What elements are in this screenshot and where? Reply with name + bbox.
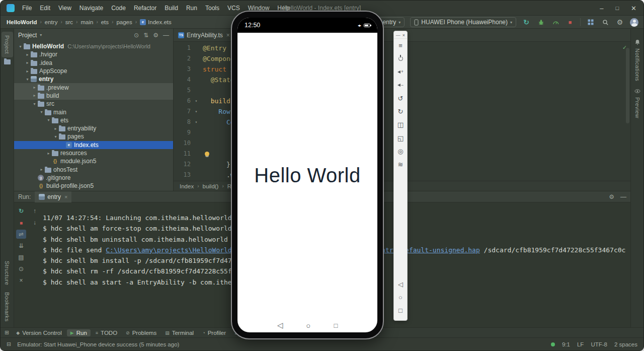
tree-item-ets[interactable]: ▾ets [14, 116, 173, 124]
tree-item-src[interactable]: ▾src [14, 100, 173, 108]
pin-icon[interactable]: ⊙ [16, 264, 26, 273]
chevron-right-icon[interactable]: ▸ [52, 126, 59, 131]
select-opened-file-icon[interactable]: ⊙ [134, 32, 139, 39]
run-tab-entry[interactable]: entry × [35, 191, 71, 202]
tree-item-index-ets[interactable]: eIndex.ets [14, 141, 173, 149]
breadcrumb-entry[interactable]: entry [45, 19, 58, 25]
close-icon[interactable]: × [226, 32, 230, 39]
menu-navigate[interactable]: Navigate [76, 3, 107, 13]
tree-item-ohostest[interactable]: ▸ohosTest [14, 165, 173, 173]
fold-screen-icon[interactable]: ◫ [394, 118, 407, 131]
settings-gear-icon[interactable]: ⚙ [615, 18, 624, 27]
menu-edit[interactable]: Edit [36, 3, 54, 13]
down-arrow-icon[interactable]: ↓ [30, 218, 40, 227]
chevron-right-icon[interactable]: ▸ [45, 151, 52, 156]
toolwindow-problems-button[interactable]: ⊘Problems [122, 329, 160, 336]
toolwindow-project-button[interactable]: Project [2, 32, 13, 57]
volume-up-icon[interactable]: + [394, 65, 407, 79]
rotate-right-icon[interactable]: ↻ [394, 105, 407, 118]
tree-item-build-profile-json5[interactable]: {}build-profile.json5 [14, 182, 173, 190]
tree-item-build[interactable]: ▸build [14, 92, 173, 100]
tree-item-preview[interactable]: ▸.preview [14, 83, 173, 91]
tree-item-gitignore[interactable]: g.gitignore [14, 174, 173, 182]
minimize-icon[interactable]: – [600, 5, 603, 12]
volume-down-icon[interactable]: − [394, 79, 407, 92]
user-avatar[interactable] [630, 18, 638, 27]
toolwindow-profiler-button[interactable]: ◔Profiler [199, 329, 229, 336]
tree-item-pages[interactable]: ▾pages [14, 132, 173, 141]
chevron-right-icon[interactable]: ▸ [24, 52, 31, 57]
breadcrumb-index-ets[interactable]: eIndex.ets [140, 19, 172, 25]
chevron-down-icon[interactable]: ▾ [45, 118, 52, 122]
breadcrumb-main[interactable]: main [80, 19, 93, 25]
fold-icon[interactable]: ▾ [193, 106, 200, 117]
rerun-icon[interactable]: ↻ [16, 206, 26, 216]
chevron-right-icon[interactable]: ▸ [31, 85, 38, 90]
tree-item-appscope[interactable]: ▸AppScope [14, 67, 173, 75]
chevron-down-icon[interactable]: ▾ [38, 110, 45, 114]
tree-item-main[interactable]: ▾main [14, 108, 173, 116]
toolwindow-run-button[interactable]: ▶Run [67, 329, 91, 336]
line-ending[interactable]: LF [577, 341, 584, 347]
chevron-down-icon[interactable]: ▾ [52, 134, 59, 139]
fold-icon[interactable]: ▾ [193, 96, 200, 106]
tree-item-module-json5[interactable]: {}module.json5 [14, 157, 173, 165]
encoding[interactable]: UTF-8 [591, 341, 607, 347]
tree-item-entry[interactable]: ▾entry [14, 75, 173, 83]
emu-collapse-icon[interactable]: — [396, 33, 400, 38]
close-icon[interactable]: ✕ [631, 5, 636, 12]
menu-build[interactable]: Build [161, 3, 182, 13]
toolwindow-terminal-button[interactable]: ▤Terminal [162, 329, 197, 336]
up-arrow-icon[interactable]: ↑ [30, 206, 40, 216]
tool-windows-icon[interactable]: ⊞ [5, 329, 9, 336]
rotate-left-icon[interactable]: ↺ [394, 92, 407, 105]
expand-collapse-icon[interactable]: ⇅ [143, 32, 148, 39]
stop-icon[interactable]: ■ [566, 18, 575, 27]
project-folder-icon[interactable] [4, 59, 11, 64]
clear-icon[interactable]: × [16, 276, 26, 285]
caret-position[interactable]: 9:1 [562, 341, 570, 347]
settings-gear-icon[interactable]: ⚙ [609, 193, 614, 200]
status-message[interactable]: Emulator: Start Huawei_Phone device succ… [17, 341, 179, 347]
toolwindow-todo-button[interactable]: ≡TODO [92, 329, 121, 336]
recents-icon[interactable]: □ [334, 322, 338, 329]
menu-refactor[interactable]: Refactor [130, 3, 160, 13]
chevron-right-icon[interactable]: ▸ [24, 69, 31, 74]
wifi-icon[interactable]: ≋ [394, 158, 407, 171]
toolwindow-version-control-button[interactable]: ◆Version Control [13, 329, 65, 336]
tree-item-idea[interactable]: ▸.idea [14, 59, 173, 67]
power-icon[interactable] [394, 52, 407, 65]
menu-run[interactable]: Run [183, 3, 201, 13]
breadcrumb-ets[interactable]: ets [101, 19, 109, 25]
scroll-to-end-icon[interactable]: ⇊ [16, 241, 26, 250]
close-icon[interactable]: × [64, 194, 67, 200]
rerun-app-icon[interactable]: ↻ [522, 18, 531, 27]
chevron-down-icon[interactable]: ▾ [31, 102, 38, 106]
chevron-right-icon[interactable]: ▸ [38, 167, 45, 172]
fold-icon[interactable]: ▾ [193, 117, 200, 127]
settings-gear-icon[interactable]: ⚙ [153, 32, 158, 39]
back-icon[interactable]: ◁ [277, 321, 283, 330]
breadcrumb-src[interactable]: src [65, 19, 73, 25]
chevron-right-icon[interactable]: ▸ [24, 60, 31, 65]
tree-item-helloworld[interactable]: ▾HelloWorldC:\Users\amy\projects\HelloWo… [14, 42, 173, 50]
hide-panel-icon[interactable]: — [620, 193, 626, 200]
debug-icon[interactable] [536, 18, 545, 27]
search-icon[interactable] [601, 18, 610, 27]
home-icon[interactable]: ○ [306, 321, 310, 330]
print-icon[interactable]: ▤ [16, 253, 26, 262]
editor-tab-entryability-ts[interactable]: TSEntryAbility.ts× [174, 29, 235, 41]
editor-breadcrumb-index[interactable]: Index [180, 183, 194, 189]
breadcrumb-pages[interactable]: pages [116, 19, 132, 25]
tree-item-entryability[interactable]: ▸entryability [14, 124, 173, 132]
chevron-down-icon[interactable]: ▾ [24, 77, 31, 82]
editor-breadcrumb-build[interactable]: build() [202, 183, 218, 189]
toolwindow-structure-button[interactable]: Structure [4, 257, 10, 289]
menu-vcs[interactable]: VCS [224, 3, 244, 13]
hide-panel-icon[interactable]: — [163, 32, 169, 39]
menu-tools[interactable]: Tools [202, 3, 223, 13]
chevron-right-icon[interactable]: ▸ [31, 93, 38, 98]
menu-view[interactable]: View [55, 3, 75, 13]
breadcrumb-helloworld[interactable]: HelloWorld [7, 19, 37, 25]
menu-code[interactable]: Code [108, 3, 129, 13]
